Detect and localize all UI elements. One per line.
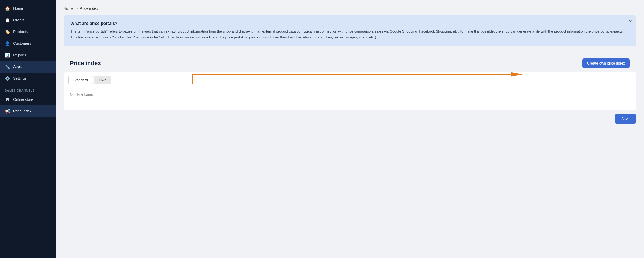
annotation-wrapper: Price index Create own price index Stand… [64,53,636,110]
price-index-icon: 📢 [5,108,10,114]
breadcrumb-separator: > [75,6,78,11]
sidebar-item-settings[interactable]: ⚙️ Settings [0,73,56,84]
breadcrumb-home[interactable]: Home [64,6,73,11]
sidebar-item-customers[interactable]: 👤 Customers [0,38,56,49]
sidebar-item-label: Online store [13,97,33,102]
sidebar-item-apps[interactable]: 🔧 Apps [0,61,56,73]
breadcrumb: Home > Price index [64,6,636,11]
tabs-row: Standard Own [64,72,636,84]
sidebar-item-label: Price index [13,109,31,113]
no-data-text: No data found [64,84,636,110]
breadcrumb-current: Price index [80,6,98,11]
reports-icon: 📊 [5,52,10,58]
tab-standard[interactable]: Standard [68,76,93,84]
products-icon: 🏷️ [5,29,10,34]
save-button[interactable]: Save [615,114,636,124]
sidebar-item-label: Apps [13,65,22,69]
sidebar-item-reports[interactable]: 📊 Reports [0,49,56,61]
section-header: Price index Create own price index [64,53,636,72]
sidebar-item-orders[interactable]: 📋 Orders [0,14,56,26]
info-box-title: What are price portals? [70,21,629,26]
home-icon: 🏠 [5,6,10,11]
apps-icon: 🔧 [5,64,10,69]
info-box: What are price portals? The term "price … [64,15,636,46]
info-box-text: The term "price portals" refers to pages… [70,29,629,40]
sidebar-item-label: Reports [13,53,26,57]
sidebar-item-price-index[interactable]: 📢 Price index [0,105,56,117]
customers-icon: 👤 [5,41,10,46]
orders-icon: 📋 [5,17,10,23]
page-title: Price index [70,60,101,67]
main-content: Home > Price index What are price portal… [56,0,644,258]
settings-icon: ⚙️ [5,76,10,81]
sidebar-item-label: Customers [13,41,31,46]
sidebar-item-products[interactable]: 🏷️ Products [0,26,56,38]
sidebar-item-home[interactable]: 🏠 Home [0,3,56,14]
sidebar-item-label: Home [13,6,23,11]
sidebar-item-label: Products [13,30,28,34]
sidebar-item-label: Settings [13,76,27,80]
tab-own[interactable]: Own [94,76,111,84]
sidebar-item-online-store[interactable]: 🖥 Online store [0,94,56,105]
info-box-close-button[interactable]: × [629,19,632,24]
sidebar-item-label: Orders [13,18,25,22]
online-store-icon: 🖥 [5,97,10,102]
price-index-card: Standard Own No data found [64,72,636,110]
sales-channels-label: SALES CHANNELS [0,84,56,94]
sidebar: 🏠 Home 📋 Orders 🏷️ Products 👤 Customers … [0,0,56,258]
create-own-price-index-button[interactable]: Create own price index [582,58,630,68]
save-row: Save [64,110,636,125]
